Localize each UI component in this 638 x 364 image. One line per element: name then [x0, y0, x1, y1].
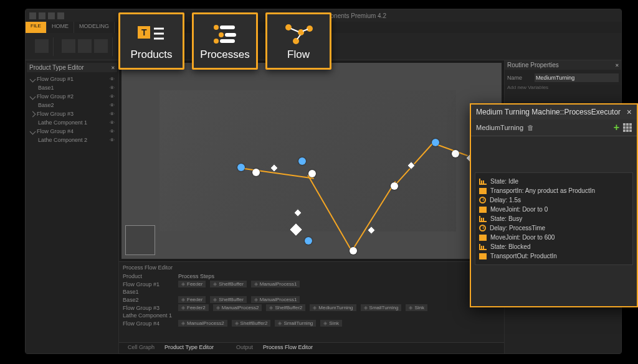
- tree-node[interactable]: Lathe Component 2👁: [28, 136, 116, 144]
- pf-step[interactable]: ◈ShelfBuffer2: [232, 320, 271, 327]
- products-icon: T: [136, 21, 166, 46]
- tree-node[interactable]: Flow Group #4👁: [28, 127, 116, 136]
- box-icon: [479, 235, 487, 241]
- tree-node[interactable]: Base2👁: [28, 101, 116, 110]
- flow-node[interactable]: [298, 157, 306, 165]
- tab-file[interactable]: FILE: [26, 22, 47, 33]
- pf-step[interactable]: ◈ManualProcess1: [251, 296, 300, 303]
- tab-pte[interactable]: Product Type Editor: [160, 343, 219, 353]
- pf-step[interactable]: ◈ManualProcess2: [178, 320, 227, 327]
- svg-point-7: [219, 32, 224, 37]
- statement-row[interactable]: State: Idle: [479, 177, 629, 186]
- tab-modeling[interactable]: MODELING: [74, 22, 115, 33]
- callout-flow[interactable]: Flow: [265, 12, 331, 70]
- tree-node[interactable]: Flow Group #2👁: [28, 92, 116, 101]
- statement-row[interactable]: TransportOut: ProductIn: [479, 251, 629, 261]
- tree-node[interactable]: Lathe Component 1👁: [28, 118, 116, 127]
- grid-icon[interactable]: [623, 123, 632, 132]
- pf-step[interactable]: ◈Sink: [320, 320, 342, 327]
- pf-row[interactable]: Base2◈Feeder◈ShelfBuffer◈ManualProcess1: [123, 296, 500, 304]
- trash-icon[interactable]: 🗑: [527, 124, 534, 131]
- ribbon-button[interactable]: [94, 39, 108, 53]
- tree-node[interactable]: Base1👁: [28, 83, 116, 92]
- qat-icon[interactable]: [39, 12, 45, 19]
- 3d-viewport[interactable]: [121, 63, 502, 259]
- statement-row[interactable]: Delay: 1.5s: [479, 195, 629, 205]
- flow-node[interactable]: [452, 150, 459, 157]
- ribbon-button[interactable]: [62, 39, 75, 53]
- pf-step[interactable]: ◈ShelfBuffer: [210, 281, 246, 287]
- callout-processes[interactable]: Processes: [192, 12, 258, 70]
- box-icon: [479, 207, 487, 213]
- paste-button[interactable]: [35, 39, 49, 53]
- pf-step[interactable]: ◈Feeder: [178, 296, 206, 303]
- pf-step[interactable]: ◈ManualProcess1: [251, 281, 300, 287]
- pf-step[interactable]: ◈SmallTurning: [361, 304, 402, 311]
- flow-node[interactable]: [305, 237, 312, 245]
- left-sidebar: Product Type Editor × Flow Group #1👁Base…: [26, 60, 119, 353]
- close-icon[interactable]: ×: [616, 62, 619, 68]
- flow-node[interactable]: [252, 169, 260, 176]
- chart-icon: [479, 216, 487, 222]
- box-icon: [479, 253, 487, 259]
- tab-output[interactable]: Output: [231, 343, 258, 353]
- statement-row[interactable]: MoveJoint: Door to 0: [479, 205, 629, 214]
- statement-row[interactable]: Delay: ProcessTime: [479, 223, 629, 233]
- pf-step[interactable]: ◈ShelfBuffer: [210, 296, 246, 303]
- pf-step[interactable]: ◈ManualProcess2: [213, 304, 262, 311]
- flow-node[interactable]: [237, 164, 245, 171]
- statement-row[interactable]: State: Busy: [479, 214, 629, 223]
- callout-label: Processes: [200, 49, 249, 61]
- popup-routine-name[interactable]: MediumTurning: [476, 124, 523, 131]
- pf-row[interactable]: Base1: [123, 288, 500, 296]
- clock-icon: [479, 225, 486, 231]
- qat-icon[interactable]: [48, 12, 55, 19]
- pf-step[interactable]: ◈MediumTurning: [310, 304, 356, 311]
- pf-step[interactable]: ◈Feeder: [178, 281, 206, 287]
- add-icon[interactable]: +: [614, 122, 619, 133]
- svg-point-12: [298, 29, 304, 35]
- processes-icon: [210, 21, 240, 46]
- pf-step[interactable]: ◈SmallTurning: [275, 320, 316, 327]
- routine-props-header: Routine Properties ×: [505, 60, 621, 70]
- tree-node[interactable]: Flow Group #1👁: [28, 75, 116, 83]
- qat-icon[interactable]: [57, 12, 64, 19]
- statement-row[interactable]: State: Blocked: [479, 242, 629, 251]
- pf-row[interactable]: Flow Group #1◈Feeder◈ShelfBuffer◈ManualP…: [123, 280, 500, 288]
- pfe-title: Process Flow Editor: [123, 264, 500, 271]
- ribbon-button[interactable]: [78, 39, 92, 53]
- flow-node[interactable]: [432, 139, 439, 146]
- bottom-tabs: Cell Graph Product Type Editor Output Pr…: [119, 342, 504, 353]
- svg-point-13: [307, 26, 313, 32]
- flow-icon: [283, 21, 313, 46]
- clock-icon: [479, 197, 486, 203]
- pf-row[interactable]: Lathe Component 1: [123, 312, 500, 319]
- flow-node[interactable]: [350, 247, 357, 254]
- svg-rect-6: [220, 26, 235, 29]
- pf-step[interactable]: ◈ShelfBuffer2: [266, 304, 305, 311]
- name-input[interactable]: [535, 73, 619, 82]
- pf-row[interactable]: Flow Group #4◈ManualProcess2◈ShelfBuffer…: [123, 319, 500, 327]
- flow-node[interactable]: [308, 170, 316, 177]
- pf-row[interactable]: Flow Group #3◈Feeder2◈ManualProcess2◈She…: [123, 304, 500, 312]
- pfe-col-steps: Process Steps: [178, 273, 214, 279]
- pf-step[interactable]: ◈Sink: [406, 304, 427, 311]
- callout-products[interactable]: T Products: [118, 12, 184, 70]
- popup-title: Medium Turning Machine::ProcessExecutor: [476, 108, 621, 116]
- tree-node[interactable]: Flow Group #3👁: [28, 110, 116, 118]
- flow-node[interactable]: [391, 182, 398, 190]
- close-icon[interactable]: ×: [112, 65, 115, 71]
- tab-home[interactable]: HOME: [47, 22, 74, 33]
- tab-cell-graph[interactable]: Cell Graph: [123, 343, 160, 353]
- tab-pfe[interactable]: Process Flow Editor: [258, 343, 318, 353]
- nav-cube[interactable]: [125, 225, 155, 255]
- pf-step[interactable]: ◈Feeder2: [178, 304, 209, 311]
- window-icon: [29, 12, 36, 19]
- close-icon[interactable]: ×: [627, 107, 632, 117]
- add-vars-label[interactable]: Add new Variables: [507, 85, 548, 90]
- process-flow-editor: Process Flow Editor Product Process Step…: [119, 261, 504, 342]
- statement-row[interactable]: TransportIn: Any product as ProductIn: [479, 186, 629, 195]
- box-icon: [479, 188, 487, 194]
- statement-row[interactable]: MoveJoint: Door to 600: [479, 233, 629, 242]
- svg-point-5: [214, 25, 219, 30]
